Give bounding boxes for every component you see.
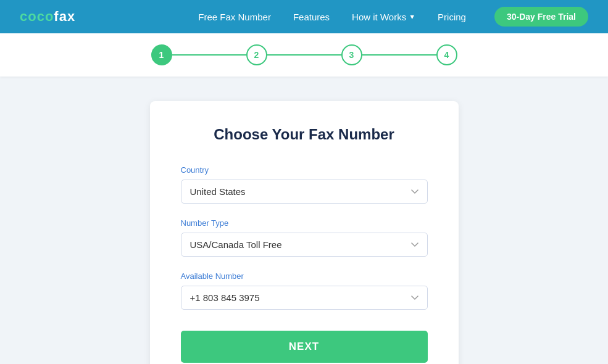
chevron-down-icon: ▼ [409, 13, 415, 20]
steps-inner: 1 2 3 4 [151, 44, 457, 65]
number-type-field-group: Number Type USA/Canada Toll Free Local [181, 218, 428, 257]
country-field-group: Country United States Canada United King… [181, 165, 428, 204]
step-line-3 [362, 54, 436, 56]
logo-part2: fax [54, 9, 75, 24]
nav: Free Fax Number Features How it Works ▼ … [198, 7, 588, 27]
country-select[interactable]: United States Canada United Kingdom Aust… [181, 180, 428, 204]
logo-part1: coco [20, 9, 54, 24]
nav-pricing[interactable]: Pricing [438, 12, 466, 22]
main-content: Choose Your Fax Number Country United St… [0, 77, 608, 364]
nav-how-it-works[interactable]: How it Works ▼ [352, 12, 415, 22]
card-title: Choose Your Fax Number [181, 126, 428, 143]
nav-features[interactable]: Features [293, 12, 330, 22]
available-number-select[interactable]: +1 803 845 3975 +1 803 845 3976 [181, 286, 428, 310]
form-card: Choose Your Fax Number Country United St… [150, 101, 459, 364]
header: cocofax Free Fax Number Features How it … [0, 0, 608, 33]
step-2: 2 [246, 44, 267, 65]
steps-bar: 1 2 3 4 [0, 33, 608, 77]
available-number-label: Available Number [181, 271, 428, 281]
step-line-2 [267, 54, 341, 56]
step-3: 3 [341, 44, 362, 65]
step-line-1 [172, 54, 246, 56]
step-4: 4 [436, 44, 457, 65]
next-button[interactable]: NEXT [181, 331, 428, 363]
number-type-label: Number Type [181, 218, 428, 228]
step-1: 1 [151, 44, 172, 65]
nav-free-fax-number[interactable]: Free Fax Number [198, 12, 271, 22]
nav-how-it-works-label: How it Works [352, 12, 406, 22]
country-label: Country [181, 165, 428, 175]
logo: cocofax [20, 9, 75, 25]
number-type-select[interactable]: USA/Canada Toll Free Local [181, 233, 428, 257]
trial-button[interactable]: 30-Day Free Trial [494, 7, 588, 27]
available-number-field-group: Available Number +1 803 845 3975 +1 803 … [181, 271, 428, 310]
